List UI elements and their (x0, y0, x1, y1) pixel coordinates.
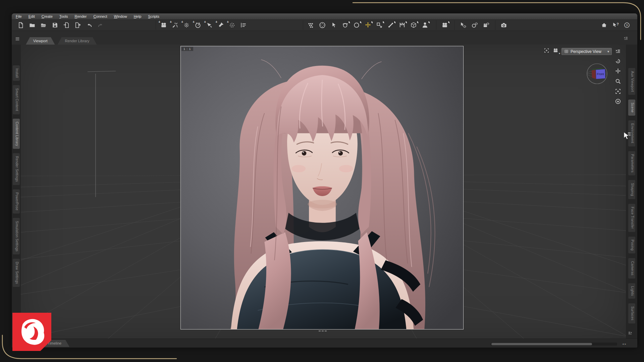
redo-icon (95, 20, 106, 30)
plus-badge: + (193, 20, 195, 24)
plus-badge: + (204, 20, 206, 24)
plus-badge: + (181, 20, 183, 24)
menu-file[interactable]: File (12, 13, 25, 19)
create-flashlight-icon[interactable]: + (215, 20, 226, 30)
open-recent-icon[interactable] (38, 20, 49, 30)
create-camera-icon[interactable]: + (158, 20, 169, 30)
joint-editor-icon[interactable] (385, 20, 396, 30)
plus-badge: + (158, 20, 160, 24)
geometry-editor-icon[interactable] (408, 20, 419, 30)
dock-tab-surfaces[interactable]: Surfaces (628, 303, 635, 323)
camera-tools-group (436, 20, 450, 30)
rotate-tool-icon[interactable] (339, 20, 351, 30)
menu-window[interactable]: Window (111, 13, 130, 19)
open-file-icon[interactable] (26, 20, 38, 30)
dock-tab-smart-content[interactable]: Smart Content (13, 85, 20, 114)
camera-settings-icon[interactable] (480, 20, 492, 30)
scrollbar-thumb[interactable] (491, 343, 592, 345)
dock-tab-aux-viewport[interactable]: Aux Viewport (628, 68, 635, 95)
right-dock: Aux ViewportSceneEnvironmentParametersSh… (626, 45, 637, 339)
menu-connect[interactable]: Connect (90, 13, 111, 19)
dock-tab-simulation-settings[interactable]: Simulation Settings (13, 218, 20, 254)
dock-tab-draw-settings[interactable]: Draw Settings (13, 259, 20, 287)
pane-options-top-icon[interactable] (623, 36, 629, 42)
orbit-camera-icon[interactable] (614, 57, 622, 65)
drawstyle-icon[interactable] (544, 48, 550, 54)
dock-tab-scene[interactable]: Scene (628, 100, 635, 116)
dock-tab-shaping[interactable]: Shaping (628, 180, 635, 199)
daz-logo (12, 313, 51, 351)
dock-tab-lights[interactable]: Lights (628, 283, 635, 299)
dock-tab-content-library[interactable]: Content Library (13, 119, 20, 149)
create-gauge-icon[interactable]: + (192, 20, 204, 30)
frame-camera-icon[interactable] (614, 87, 622, 95)
pane-menu-icon[interactable] (15, 36, 21, 42)
scroll-right-icon[interactable]: ▸ (625, 342, 627, 346)
whats-this-icon[interactable] (610, 20, 621, 30)
daz-home-icon[interactable]: DS (598, 20, 610, 30)
export-icon[interactable] (72, 20, 84, 30)
create-spotlight-icon[interactable]: + (204, 20, 215, 30)
view-selector-dropdown[interactable]: Perspective View ▾ (561, 48, 612, 55)
overlay-resize-handle[interactable] (317, 330, 328, 332)
pointer-settings-icon[interactable] (458, 20, 469, 30)
menu-bar: FileEditCreateToolsRenderConnectWindowHe… (12, 13, 637, 20)
node-selection-icon[interactable] (328, 20, 339, 30)
surface-selection-icon[interactable] (396, 20, 408, 30)
render-overlay-window[interactable]: 1 : 1 (180, 46, 464, 329)
dock-tab-powerpose[interactable]: PowerPose (13, 189, 20, 214)
help-group: DS (598, 20, 633, 30)
dock-tab-environment[interactable]: Environment (628, 120, 635, 146)
create-point-light-icon[interactable]: + (181, 20, 192, 30)
dock-tab-posing[interactable]: Posing (628, 237, 635, 253)
render-camera-icon[interactable] (498, 20, 509, 30)
render-portrait (181, 46, 463, 329)
save-icon[interactable] (49, 20, 61, 30)
viewport[interactable]: 1 : 1 (21, 45, 626, 339)
undo-icon[interactable] (84, 20, 95, 30)
menu-edit[interactable]: Edit (25, 13, 38, 19)
scene-outline-icon[interactable] (238, 20, 249, 30)
menu-tools[interactable]: Tools (56, 13, 71, 19)
create-null-icon[interactable]: + (226, 20, 238, 30)
tab-viewport[interactable]: Viewport (26, 37, 55, 45)
dock-tab-parameters[interactable]: Parameters (628, 151, 635, 176)
horizontal-scrollbar[interactable] (491, 343, 617, 346)
dock-popout-icon[interactable] (627, 330, 633, 336)
main-toolbar: +++++++DS (12, 20, 637, 31)
view-cube[interactable]: Front (585, 61, 609, 85)
create-group: +++++++ (156, 20, 249, 30)
tab-render-library[interactable]: Render Library (58, 37, 97, 45)
create-distant-light-icon[interactable]: + (169, 20, 181, 30)
menu-render[interactable]: Render (71, 13, 90, 19)
universal-tool-icon[interactable] (362, 20, 374, 30)
new-file-icon[interactable] (15, 20, 26, 30)
view-selector-label: Perspective View (571, 49, 605, 54)
menu-create[interactable]: Create (38, 13, 56, 19)
snap-grid-icon[interactable] (305, 20, 317, 30)
plus-badge: + (215, 20, 217, 24)
menu-scripts[interactable]: Scripts (145, 13, 163, 19)
menu-help[interactable]: Help (130, 13, 145, 19)
pan-camera-icon[interactable] (614, 67, 622, 75)
plus-badge: + (170, 20, 172, 24)
tool-settings-icon[interactable] (469, 20, 480, 30)
dock-tab-cameras[interactable]: Cameras (628, 258, 635, 279)
reset-camera-icon[interactable] (614, 98, 622, 105)
scale-tool-icon[interactable] (374, 20, 385, 30)
dock-tab-face-transfer[interactable]: Face Transfer (628, 204, 635, 232)
ds-label: DS (602, 26, 606, 29)
dock-tab-install[interactable]: Install (13, 65, 20, 81)
scrollbar-arrows[interactable]: ◂▸ (622, 342, 627, 346)
help-icon[interactable] (621, 20, 633, 30)
pane-options-icon[interactable] (614, 47, 622, 55)
zoom-camera-icon[interactable] (614, 77, 622, 85)
import-icon[interactable] (61, 20, 72, 30)
camera-cursor-icon[interactable] (439, 20, 450, 30)
translate-tool-icon[interactable] (351, 20, 362, 30)
dock-tab-render-settings[interactable]: Render Settings (13, 153, 20, 185)
figure-tool-icon[interactable] (419, 20, 431, 30)
aux-camera-icon[interactable]: ▾ (553, 48, 559, 54)
scene-navigator-icon[interactable] (317, 20, 328, 30)
chevron-down-icon: ▾ (559, 52, 560, 55)
